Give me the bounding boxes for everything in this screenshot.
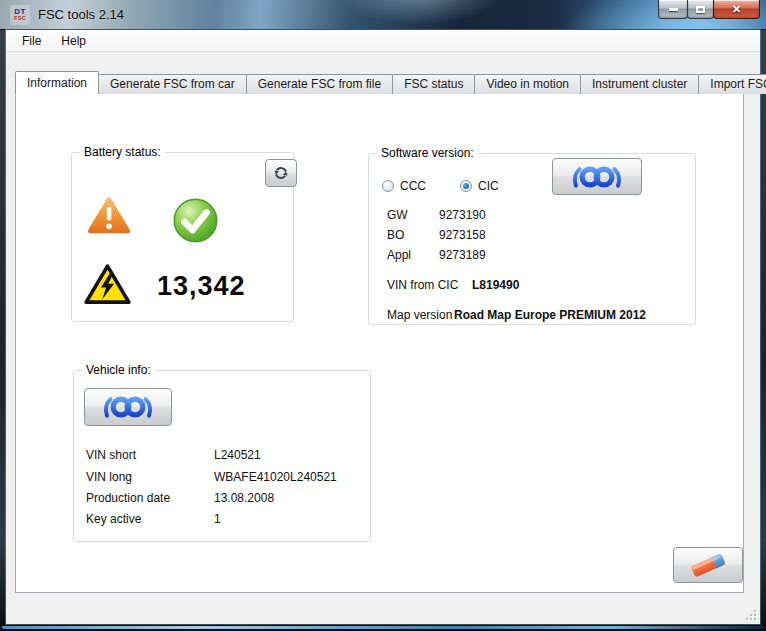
window-frame: File Help Information Generate FSC from … — [0, 30, 766, 631]
refresh-icon — [272, 164, 290, 182]
app-icon-text-bottom: FSC — [14, 16, 26, 22]
warning-triangle-icon — [87, 194, 131, 236]
radio-cic-label: CIC — [478, 179, 499, 193]
key-active-label: Key active — [86, 512, 214, 526]
gw-value: 9273190 — [439, 208, 486, 222]
vin-from-cic-value: L819490 — [472, 278, 519, 292]
vin-long-row: VIN long WBAFE41020L240521 — [86, 470, 337, 484]
bo-label: BO — [387, 228, 439, 242]
tab-generate-fsc-from-file[interactable]: Generate FSC from file — [246, 74, 393, 94]
radio-ccc[interactable] — [382, 180, 394, 192]
software-row-gw: GW 9273190 — [387, 208, 486, 222]
tab-instrument-cluster[interactable]: Instrument cluster — [580, 74, 699, 94]
tab-fsc-status[interactable]: FSC status — [392, 74, 475, 94]
maximize-icon — [696, 6, 705, 13]
vin-from-cic-row: VIN from CIC L819490 — [387, 278, 519, 292]
menu-bar: File Help — [6, 30, 760, 52]
resize-grip[interactable] — [744, 608, 757, 621]
software-row-bo: BO 9273158 — [387, 228, 486, 242]
appl-value: 9273189 — [439, 248, 486, 262]
vehicle-info-group: Vehicle info: VIN short L240521 — [73, 370, 371, 542]
unit-type-radios: CCC CIC — [382, 179, 499, 193]
map-version-label: Map version — [387, 308, 454, 322]
vin-long-value: WBAFE41020L240521 — [214, 470, 337, 484]
minimize-icon — [669, 8, 678, 11]
window-controls: ✕ — [659, 0, 760, 19]
battery-status-group: Battery status: — [71, 152, 294, 322]
battery-status-label: Battery status: — [80, 145, 165, 159]
maximize-button[interactable] — [687, 0, 714, 19]
map-version-value: Road Map Europe PREMIUM 2012 — [454, 308, 646, 322]
tab-generate-fsc-from-car[interactable]: Generate FSC from car — [98, 74, 247, 94]
clear-button[interactable] — [673, 547, 743, 583]
radio-cic[interactable] — [460, 180, 472, 192]
refresh-battery-button[interactable] — [265, 159, 297, 187]
ok-check-icon — [172, 197, 219, 244]
map-version-row: Map version Road Map Europe PREMIUM 2012 — [387, 308, 646, 322]
close-icon: ✕ — [732, 4, 741, 15]
view-vehicle-details-button[interactable] — [84, 388, 172, 426]
close-button[interactable]: ✕ — [713, 0, 760, 19]
battery-value: 13,342 — [157, 271, 287, 302]
minimize-button[interactable] — [658, 0, 688, 19]
gw-label: GW — [387, 208, 439, 222]
vin-short-label: VIN short — [86, 448, 214, 462]
production-date-row: Production date 13.08.2008 — [86, 491, 274, 505]
tab-video-in-motion[interactable]: Video in motion — [474, 74, 581, 94]
vin-short-row: VIN short L240521 — [86, 448, 261, 462]
software-row-appl: Appl 9273189 — [387, 248, 486, 262]
tab-information[interactable]: Information — [15, 71, 99, 94]
glasses-icon — [100, 393, 156, 421]
title-bar[interactable]: DT FSC FSC tools 2.14 ✕ — [0, 0, 766, 30]
tab-strip: Information Generate FSC from car Genera… — [15, 71, 766, 94]
tab-import-fsc[interactable]: Import FSC — [698, 74, 766, 94]
bo-value: 9273158 — [439, 228, 486, 242]
vehicle-info-label: Vehicle info: — [82, 363, 155, 377]
information-tab-page: Battery status: — [15, 93, 744, 593]
client-area: File Help Information Generate FSC from … — [6, 30, 760, 624]
software-version-label: Software version: — [377, 146, 478, 160]
window-title: FSC tools 2.14 — [38, 7, 124, 22]
vin-long-label: VIN long — [86, 470, 214, 484]
key-active-row: Key active 1 — [86, 512, 221, 526]
glasses-icon — [569, 163, 625, 191]
high-voltage-icon — [84, 262, 131, 307]
appl-label: Appl — [387, 248, 439, 262]
vin-short-value: L240521 — [214, 448, 261, 462]
radio-ccc-label: CCC — [400, 179, 426, 193]
software-version-group: Software version: CCC CIC — [368, 153, 696, 325]
app-window: DT FSC FSC tools 2.14 ✕ File Help — [0, 0, 766, 631]
menu-file[interactable]: File — [12, 31, 51, 51]
vin-from-cic-label: VIN from CIC — [387, 278, 472, 292]
app-icon: DT FSC — [10, 5, 30, 25]
key-active-value: 1 — [214, 512, 221, 526]
production-date-value: 13.08.2008 — [214, 491, 274, 505]
menu-help[interactable]: Help — [51, 31, 96, 51]
view-software-details-button[interactable] — [552, 158, 642, 195]
eraser-icon — [688, 549, 728, 581]
production-date-label: Production date — [86, 491, 214, 505]
